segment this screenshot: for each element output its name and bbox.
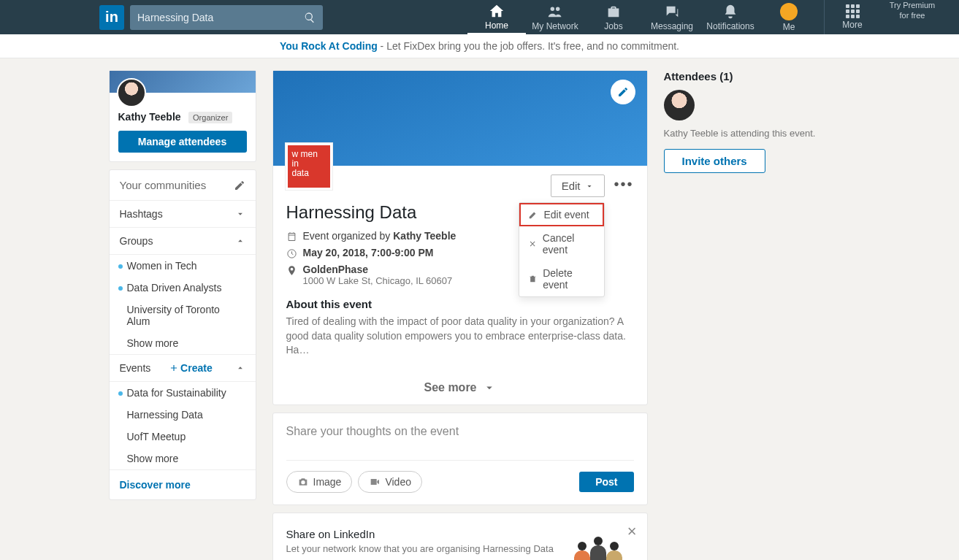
edit-dropdown-button[interactable]: Edit bbox=[551, 174, 605, 197]
dropdown-delete-event[interactable]: Delete event bbox=[519, 261, 604, 296]
caret-down-icon bbox=[585, 182, 594, 191]
communities-header: Your communities bbox=[110, 170, 256, 201]
event-card: w men in data Edit ••• Edit event Cancel… bbox=[272, 70, 648, 405]
dropdown-edit-event[interactable]: Edit event bbox=[519, 203, 604, 226]
search-icon bbox=[304, 12, 316, 23]
attendees-header: Attendees (1) bbox=[664, 70, 851, 83]
nav-home[interactable]: Home bbox=[467, 0, 526, 34]
try-premium-link[interactable]: Try Premiumfor free bbox=[883, 0, 941, 34]
linkedin-logo[interactable]: in bbox=[99, 5, 124, 30]
discover-more-link[interactable]: Discover more bbox=[110, 469, 256, 499]
event-hero: w men in data bbox=[273, 71, 647, 166]
attendee-line: Kathy Teeble is attending this event. bbox=[664, 128, 851, 139]
nav-notifications[interactable]: Notifications bbox=[701, 0, 760, 34]
group-item[interactable]: University of Toronto Alum bbox=[110, 299, 256, 332]
calendar-icon bbox=[286, 231, 297, 242]
search-input[interactable] bbox=[137, 12, 304, 23]
share-title: Share on LinkedIn bbox=[286, 528, 554, 540]
edit-hero-button[interactable] bbox=[611, 80, 635, 104]
pencil-icon bbox=[617, 86, 629, 98]
attendee-avatar[interactable] bbox=[664, 90, 695, 120]
group-item[interactable]: Women in Tech bbox=[110, 255, 256, 277]
pin-icon bbox=[286, 265, 297, 276]
event-item[interactable]: UofT Meetup bbox=[110, 426, 256, 448]
compose-placeholder[interactable]: Share your thoughts on the event bbox=[286, 425, 634, 438]
chevron-down-icon bbox=[483, 381, 496, 394]
event-show-more[interactable]: Show more bbox=[110, 448, 256, 469]
groups-section[interactable]: Groups bbox=[110, 228, 256, 255]
nav-messaging[interactable]: Messaging bbox=[643, 0, 701, 34]
events-section[interactable]: Events Create bbox=[110, 354, 256, 382]
invite-others-button[interactable]: Invite others bbox=[664, 149, 765, 173]
nav-network[interactable]: My Network bbox=[526, 0, 584, 34]
organizer-card: Kathy Teeble Organizer Manage attendees bbox=[109, 70, 256, 162]
clock-icon bbox=[286, 248, 297, 259]
communities-card: Your communities Hashtags Groups Women i… bbox=[109, 169, 256, 500]
group-item[interactable]: Data Driven Analysts bbox=[110, 277, 256, 299]
share-body: Let your network know that you are organ… bbox=[286, 543, 554, 554]
manage-attendees-button[interactable]: Manage attendees bbox=[118, 131, 247, 153]
pencil-icon[interactable] bbox=[234, 180, 245, 191]
chevron-down-icon bbox=[235, 209, 245, 219]
add-image-button[interactable]: Image bbox=[286, 471, 353, 493]
about-text: Tired of dealing with the impact of poor… bbox=[286, 315, 634, 358]
avatar bbox=[780, 3, 798, 20]
post-button[interactable]: Post bbox=[579, 472, 633, 492]
create-event-link[interactable]: Create bbox=[169, 362, 213, 374]
chevron-up-icon bbox=[235, 363, 245, 373]
event-item[interactable]: Harnessing Data bbox=[110, 404, 256, 426]
nav-me[interactable]: Me bbox=[760, 0, 818, 34]
chevron-up-icon bbox=[235, 236, 245, 246]
close-share-button[interactable]: × bbox=[627, 522, 637, 541]
camera-icon bbox=[297, 476, 309, 488]
share-illustration bbox=[568, 525, 634, 560]
attendees-panel: Attendees (1) Kathy Teeble is attending … bbox=[664, 70, 851, 560]
x-icon bbox=[528, 239, 537, 249]
about-heading: About this event bbox=[286, 298, 634, 310]
organizer-avatar[interactable] bbox=[117, 78, 146, 107]
compose-card: Share your thoughts on the event Image V… bbox=[272, 413, 648, 505]
video-icon bbox=[369, 476, 381, 488]
more-options-button[interactable]: ••• bbox=[614, 176, 633, 193]
event-item[interactable]: Data for Sustainability bbox=[110, 382, 256, 404]
add-video-button[interactable]: Video bbox=[358, 471, 422, 493]
trash-icon bbox=[528, 274, 538, 284]
organizer-cover bbox=[110, 71, 256, 93]
plus-icon bbox=[169, 363, 179, 373]
see-more-button[interactable]: See more bbox=[273, 371, 647, 404]
share-card: Share on LinkedIn Let your network know … bbox=[272, 513, 648, 560]
nav-jobs[interactable]: Jobs bbox=[584, 0, 643, 34]
group-show-more[interactable]: Show more bbox=[110, 332, 256, 354]
edit-dropdown-menu: Edit event Cancel event Delete event bbox=[519, 202, 605, 297]
organizer-role-badge: Organizer bbox=[188, 112, 232, 123]
dropdown-cancel-event[interactable]: Cancel event bbox=[519, 226, 604, 261]
promo-banner[interactable]: You Rock At Coding - Let FixDex bring yo… bbox=[0, 34, 959, 58]
organizer-name: Kathy Teeble bbox=[118, 111, 181, 123]
apps-grid-icon bbox=[846, 4, 860, 18]
pencil-icon bbox=[528, 210, 538, 220]
hashtags-section[interactable]: Hashtags bbox=[110, 201, 256, 228]
nav-more[interactable]: More bbox=[830, 0, 874, 34]
search-box[interactable] bbox=[130, 5, 323, 30]
